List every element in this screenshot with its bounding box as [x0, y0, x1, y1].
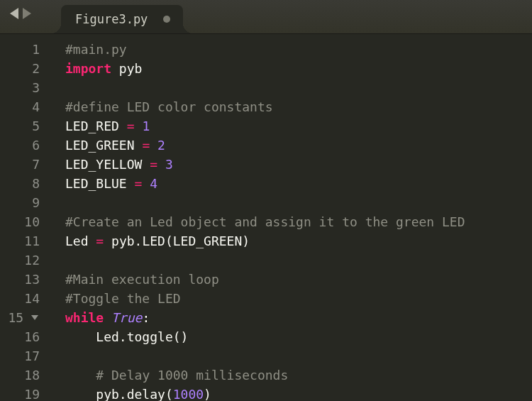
code-line[interactable]: LED_GREEN = 2 [65, 136, 532, 155]
code-token: #Toggle the LED [65, 291, 181, 306]
code-token: 1 [142, 119, 150, 133]
code-token [142, 176, 150, 191]
code-token: pyb.LED(LED_GREEN) [104, 234, 250, 248]
code-line[interactable] [65, 78, 532, 97]
code-token: #Main execution loop [65, 272, 219, 287]
code-token: while [65, 310, 104, 325]
code-token: import [65, 61, 111, 76]
code-token: : [142, 310, 150, 325]
code-line[interactable]: pyb.delay(1000) [65, 385, 532, 401]
code-token: #define LED color constants [65, 99, 273, 114]
nav-forward-icon[interactable] [23, 8, 31, 19]
code-area[interactable]: #main.pyimport pyb #define LED color con… [48, 34, 532, 401]
code-token: #Create an Led object and assign it to t… [65, 214, 465, 229]
code-token [135, 119, 143, 133]
code-line[interactable]: while True: [65, 308, 532, 327]
line-number: 5 [0, 116, 40, 136]
line-number: 11 [0, 231, 40, 251]
code-token: #main.py [65, 42, 127, 57]
line-number: 6 [0, 136, 40, 155]
fold-arrow-icon[interactable] [31, 315, 38, 320]
code-token: = [142, 138, 150, 153]
code-token: 1000 [173, 387, 204, 401]
code-token [104, 310, 111, 325]
code-token: Led.toggle() [65, 329, 188, 344]
line-number: 7 [0, 155, 40, 174]
code-line[interactable]: LED_BLUE = 4 [65, 174, 532, 193]
nav-arrows [0, 8, 40, 26]
code-line[interactable] [65, 193, 532, 212]
code-token: = [96, 234, 104, 248]
nav-back-icon[interactable] [10, 8, 18, 19]
code-token [150, 138, 157, 153]
file-tab[interactable]: Figure3.py [61, 5, 183, 33]
code-line[interactable]: LED_RED = 1 [65, 116, 532, 136]
line-number: 17 [0, 346, 40, 366]
line-number: 10 [0, 212, 40, 231]
code-token: LED_GREEN [65, 138, 142, 153]
titlebar: Figure3.py [0, 0, 532, 34]
line-number: 2 [0, 59, 40, 78]
code-token: LED_RED [65, 119, 127, 133]
code-line[interactable] [65, 251, 532, 270]
tab-filename: Figure3.py [75, 12, 148, 26]
code-token: pyb.delay( [65, 387, 173, 401]
code-token: True [111, 310, 142, 325]
line-number: 12 [0, 251, 40, 270]
code-line[interactable]: #main.py [65, 40, 532, 59]
line-number: 14 [0, 289, 40, 308]
code-line[interactable] [65, 346, 532, 366]
code-line[interactable]: Led.toggle() [65, 327, 532, 346]
line-number: 18 [0, 366, 40, 385]
code-token: 4 [150, 176, 157, 191]
code-token: LED_BLUE [65, 176, 135, 191]
line-number: 19 [0, 385, 40, 401]
editor: 123456789101112131415 16171819 #main.pyi… [0, 34, 532, 401]
line-number: 1 [0, 40, 40, 59]
code-line[interactable]: #Create an Led object and assign it to t… [65, 212, 532, 231]
code-token [157, 157, 165, 172]
code-token: = [127, 119, 135, 133]
code-token: # Delay 1000 milliseconds [96, 368, 288, 383]
code-token: LED_YELLOW [65, 157, 150, 172]
code-line[interactable]: Led = pyb.LED(LED_GREEN) [65, 231, 532, 251]
line-number: 13 [0, 270, 40, 289]
code-token: 3 [165, 157, 173, 172]
code-line[interactable]: LED_YELLOW = 3 [65, 155, 532, 174]
code-token: = [150, 157, 157, 172]
line-number: 4 [0, 97, 40, 116]
line-number: 3 [0, 78, 40, 97]
code-token: pyb [111, 61, 142, 76]
code-token: 2 [157, 138, 165, 153]
code-line[interactable]: #Toggle the LED [65, 289, 532, 308]
code-token: Led [65, 234, 96, 248]
code-token: ) [204, 387, 211, 401]
code-line[interactable]: # Delay 1000 milliseconds [65, 366, 532, 385]
line-number: 9 [0, 193, 40, 212]
code-line[interactable]: import pyb [65, 59, 532, 78]
code-token: = [135, 176, 143, 191]
code-line[interactable]: #Main execution loop [65, 270, 532, 289]
code-token [65, 368, 96, 383]
line-number-gutter: 123456789101112131415 16171819 [0, 34, 48, 401]
line-number: 16 [0, 327, 40, 346]
line-number: 8 [0, 174, 40, 193]
tab-modified-icon [163, 16, 170, 23]
code-line[interactable]: #define LED color constants [65, 97, 532, 116]
line-number: 15 [0, 308, 40, 327]
